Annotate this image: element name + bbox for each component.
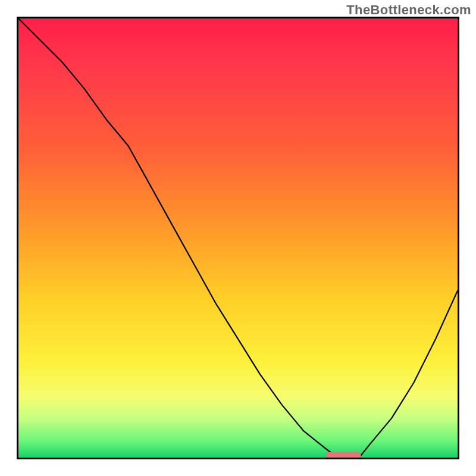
bottleneck-curve	[18, 18, 458, 455]
watermark-text: TheBottleneck.com	[346, 2, 471, 18]
trough-marker	[326, 452, 361, 458]
curve-layer	[18, 18, 458, 458]
plot-area	[17, 17, 459, 459]
chart-container: TheBottleneck.com	[0, 0, 476, 476]
